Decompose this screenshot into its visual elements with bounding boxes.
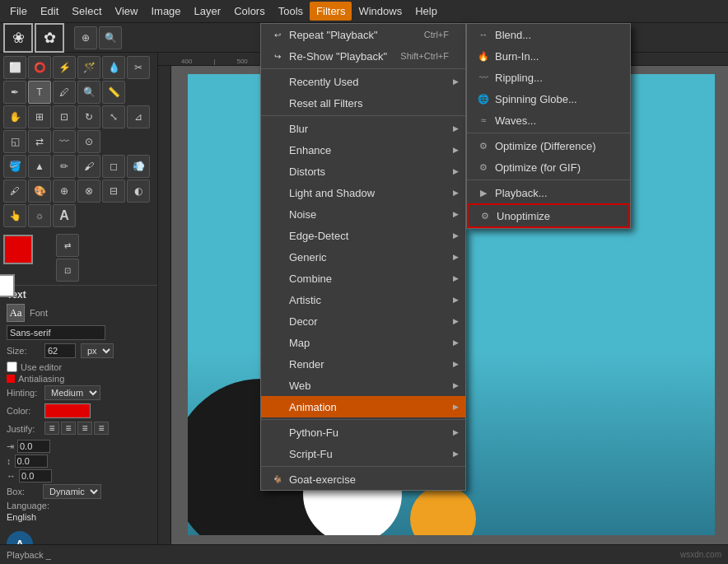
indent-input[interactable]	[17, 440, 50, 453]
filter-tool-icon-1[interactable]: ❀	[3, 23, 33, 53]
tool-fuzzy-select[interactable]: 🪄	[77, 56, 100, 79]
reset-colors[interactable]: ⊡	[56, 259, 79, 282]
submenu-burn-in[interactable]: 🔥 Burn-In...	[467, 45, 630, 67]
menu-windows[interactable]: Windows	[352, 2, 408, 21]
tool-perspective-clone[interactable]: ⊟	[102, 179, 125, 203]
tool-free-select[interactable]: ⚡	[53, 56, 76, 79]
tool-text[interactable]: T	[28, 81, 51, 104]
menu-map[interactable]: Map	[261, 332, 465, 353]
use-editor-checkbox[interactable]	[7, 361, 17, 372]
text-color-swatch[interactable]	[44, 403, 91, 418]
tool-smudge[interactable]: 👆	[3, 204, 26, 227]
box-select[interactable]: Dynamic Fixed	[43, 484, 101, 499]
tool-pencil[interactable]: ✏	[53, 155, 76, 178]
tool-airbrush[interactable]: 💨	[127, 155, 150, 178]
menu-edit[interactable]: Edit	[34, 2, 65, 21]
tool-paths[interactable]: ✒	[3, 81, 26, 104]
submenu-unoptimize[interactable]: ⚙ Unoptimize	[467, 203, 630, 228]
menu-light-shadow[interactable]: Light and Shadow	[261, 182, 465, 203]
menu-render[interactable]: Render	[261, 353, 465, 375]
tool-ink[interactable]: 🖋	[3, 179, 26, 203]
tool-dodge-burn[interactable]: ☼	[28, 204, 51, 227]
menu-web[interactable]: Web	[261, 375, 465, 396]
tool-measure[interactable]: 📏	[102, 81, 125, 104]
tool-blur-sharpen[interactable]: ◐	[127, 179, 150, 203]
justify-center[interactable]: ≡	[61, 422, 76, 435]
menu-recently-used[interactable]: Recently Used	[261, 71, 465, 92]
tool-move[interactable]: ✋	[3, 105, 26, 128]
submenu-optimize-diff[interactable]: ⚙ Optimize (Difference)	[467, 135, 630, 156]
size-input[interactable]	[44, 343, 76, 358]
tool-zoom[interactable]: 🔍	[77, 81, 100, 104]
menu-artistic[interactable]: Artistic	[261, 289, 465, 310]
tool-flip[interactable]: ⇄	[28, 130, 51, 153]
menu-goat-exercise[interactable]: 🐐 Goat-exercise	[261, 468, 465, 490]
menu-animation[interactable]: Animation	[261, 396, 465, 417]
justify-right[interactable]: ≡	[77, 422, 92, 435]
menu-image[interactable]: Image	[144, 2, 187, 21]
tool-align[interactable]: ⊞	[28, 105, 51, 128]
menu-tools[interactable]: Tools	[272, 2, 310, 21]
menu-edge-detect[interactable]: Edge-Detect	[261, 225, 465, 246]
foreground-color[interactable]	[3, 235, 33, 264]
tool-mypaint[interactable]: 🎨	[28, 179, 51, 203]
tool-bucket-fill[interactable]: 🪣	[3, 155, 26, 178]
menu-reset-filters[interactable]: Reset all Filters	[261, 92, 465, 114]
size-unit-select[interactable]: px pt	[81, 343, 114, 358]
submenu-blend[interactable]: ↔ Blend...	[467, 24, 630, 45]
zoom-icon[interactable]: 🔍	[99, 26, 122, 49]
menu-reshow-playback[interactable]: ↪ Re-Show "Playback" Shift+Ctrl+F	[261, 45, 465, 67]
menu-script-fu[interactable]: Script-Fu	[261, 443, 465, 464]
submenu-playback[interactable]: ▶ Playback...	[467, 182, 630, 203]
tool-clone[interactable]: ⊕	[53, 179, 76, 203]
justify-left[interactable]: ≡	[44, 422, 59, 435]
tool-scale[interactable]: ⤡	[102, 105, 125, 128]
tool-heal[interactable]: ⊗	[77, 179, 100, 203]
menu-python-fu[interactable]: Python-Fu	[261, 422, 465, 443]
menu-filters[interactable]: Filters	[310, 2, 352, 21]
submenu-optimize-gif[interactable]: ⚙ Optimize (for GIF)	[467, 156, 630, 178]
menu-select[interactable]: Select	[65, 2, 108, 21]
tool-color-picker[interactable]: 🖊	[53, 81, 76, 104]
submenu-rippling[interactable]: 〰 Rippling...	[467, 67, 630, 88]
tool-crop[interactable]: ⊡	[53, 105, 76, 128]
font-name-input[interactable]	[7, 325, 105, 340]
tool-eraser[interactable]: ◻	[102, 155, 125, 178]
swap-colors[interactable]: ⇄	[56, 234, 79, 257]
menu-distorts[interactable]: Distorts	[261, 161, 465, 182]
justify-fill[interactable]: ≡	[94, 422, 109, 435]
menu-layer[interactable]: Layer	[188, 2, 228, 21]
tool-perspective[interactable]: ◱	[3, 130, 26, 153]
submenu-spinning-globe[interactable]: 🌐 Spinning Globe...	[467, 88, 630, 110]
tool-cage[interactable]: ⊙	[77, 130, 100, 153]
tool-warp[interactable]: 〰	[53, 130, 76, 153]
tool-paintbrush[interactable]: 🖌	[77, 155, 100, 178]
menu-combine[interactable]: Combine	[261, 268, 465, 289]
menu-colors[interactable]: Colors	[227, 2, 272, 21]
submenu-waves[interactable]: ≈ Waves...	[467, 110, 630, 131]
menu-file[interactable]: File	[3, 2, 34, 21]
menu-generic[interactable]: Generic	[261, 246, 465, 268]
line-spacing-input[interactable]	[15, 454, 48, 468]
menu-noise[interactable]: Noise	[261, 203, 465, 225]
menu-decor[interactable]: Decor	[261, 310, 465, 332]
menu-enhance[interactable]: Enhance	[261, 139, 465, 161]
menu-repeat-playback[interactable]: ↩ Repeat "Playback" Ctrl+F	[261, 24, 465, 45]
tool-rotate[interactable]: ↻	[77, 105, 100, 128]
menu-help[interactable]: Help	[408, 2, 444, 21]
tool-select-color[interactable]: 💧	[102, 56, 125, 79]
background-color[interactable]	[0, 274, 15, 297]
tool-ellipse-select[interactable]: ⭕	[28, 56, 51, 79]
menu-blur[interactable]: Blur	[261, 118, 465, 139]
tool-rect-select[interactable]: ⬜	[3, 56, 26, 79]
ruler-icon[interactable]: ⊕	[74, 26, 97, 49]
tool-blend[interactable]: ▲	[28, 155, 51, 178]
menu-view[interactable]: View	[109, 2, 145, 21]
filter-tool-icon-2[interactable]: ✿	[35, 23, 64, 53]
tool-row-1: ⬜ ⭕ ⚡ 🪄 💧 ✂	[3, 56, 154, 79]
tool-letter[interactable]: A	[53, 204, 76, 227]
hinting-select[interactable]: Medium None Slight Full	[44, 385, 100, 400]
tool-scissors[interactable]: ✂	[127, 56, 150, 79]
tool-shear[interactable]: ⊿	[127, 105, 150, 128]
letter-spacing-input[interactable]	[19, 469, 52, 482]
